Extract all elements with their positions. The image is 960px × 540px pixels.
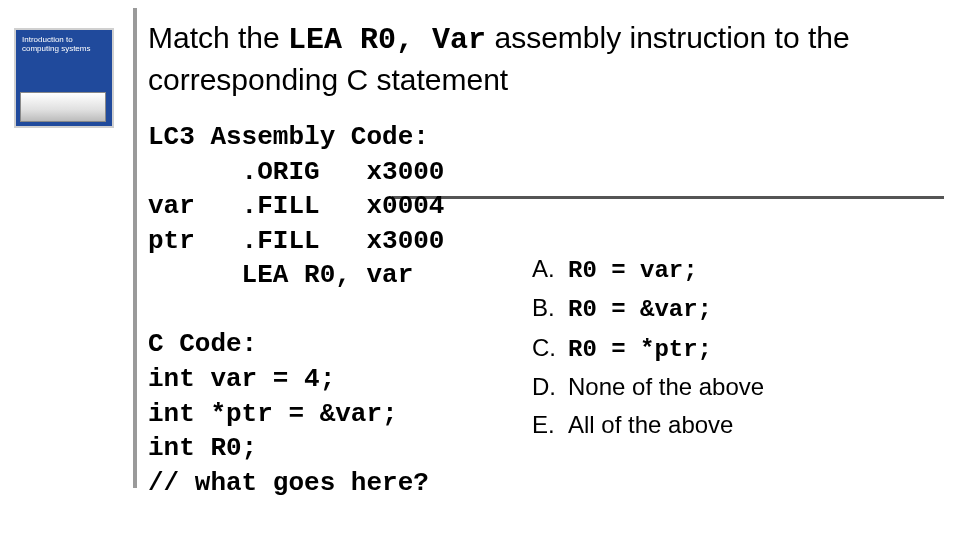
option-a-text: R0 = var; — [568, 252, 698, 289]
thumb-graphic — [20, 92, 106, 122]
slide-title: Match the LEA R0, Var assembly instructi… — [148, 18, 928, 99]
option-d: D. None of the above — [532, 368, 764, 405]
slide: Introduction to computing systems Match … — [0, 0, 960, 540]
horizontal-rule — [392, 196, 944, 199]
option-c-text: R0 = *ptr; — [568, 331, 712, 368]
option-e-label: E. — [532, 406, 568, 443]
option-e: E. All of the above — [532, 406, 764, 443]
option-c-label: C. — [532, 329, 568, 366]
option-a: A. R0 = var; — [532, 250, 764, 289]
option-b-text: R0 = &var; — [568, 291, 712, 328]
option-e-text: All of the above — [568, 406, 733, 443]
answer-options: A. R0 = var; B. R0 = &var; C. R0 = *ptr;… — [532, 250, 764, 443]
option-a-label: A. — [532, 250, 568, 287]
book-thumbnail: Introduction to computing systems — [14, 28, 114, 128]
thumb-text: Introduction to computing systems — [22, 36, 90, 54]
title-code: LEA R0, Var — [288, 23, 486, 57]
title-pre: Match the — [148, 21, 288, 54]
option-c: C. R0 = *ptr; — [532, 329, 764, 368]
option-d-text: None of the above — [568, 368, 764, 405]
vertical-divider — [133, 8, 137, 488]
thumb-line1: Introduction to — [22, 35, 73, 44]
thumb-line2: computing systems — [22, 44, 90, 53]
option-d-label: D. — [532, 368, 568, 405]
code-block: LC3 Assembly Code: .ORIG x3000 var .FILL… — [148, 120, 444, 500]
option-b: B. R0 = &var; — [532, 289, 764, 328]
option-b-label: B. — [532, 289, 568, 326]
